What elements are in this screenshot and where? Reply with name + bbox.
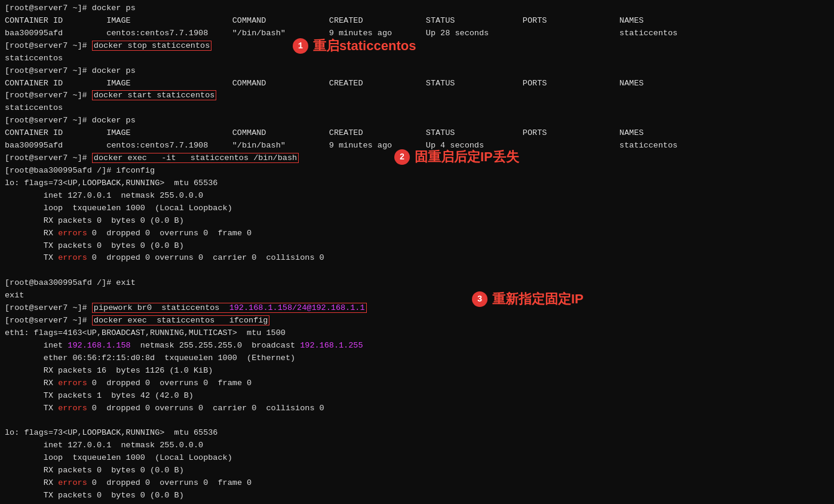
line-21: TX errors 0 dropped 0 overruns 0 carrier… bbox=[5, 252, 829, 265]
line-23: [root@baa300995afd /]# exit bbox=[5, 277, 829, 290]
line-40: TX packets 0 bytes 0 (0.0 B) bbox=[5, 490, 829, 502]
annotation-3-text: 重新指定固定IP bbox=[492, 290, 584, 308]
line-18: RX packets 0 bytes 0 (0.0 B) bbox=[5, 215, 829, 228]
cmd-exec-ifconfig: docker exec staticcentos ifconfig bbox=[92, 315, 270, 325]
line-32: TX packets 1 bytes 42 (42.0 B) bbox=[5, 390, 829, 402]
line-35: lo: flags=73<UP,LOOPBACK,RUNNING> mtu 65… bbox=[5, 427, 829, 440]
line-38: RX packets 0 bytes 0 (0.0 B) bbox=[5, 465, 829, 477]
line-8: [root@server7 ~]# docker start staticcen… bbox=[5, 90, 829, 102]
line-6: [root@server7 ~]# docker ps bbox=[5, 65, 829, 78]
line-15: lo: flags=73<UP,LOOPBACK,RUNNING> mtu 65… bbox=[5, 177, 829, 190]
annotation-1-text: 重启staticcentos bbox=[313, 37, 416, 55]
line-blank-2 bbox=[5, 414, 829, 427]
line-24: exit bbox=[5, 290, 829, 302]
line-36: inet 127.0.0.1 netmask 255.0.0.0 bbox=[5, 440, 829, 452]
line-blank-1 bbox=[5, 265, 829, 277]
annotation-1-circle: 1 bbox=[293, 38, 308, 54]
line-7: CONTAINER ID IMAGE COMMAND CREATED STATU… bbox=[5, 78, 829, 90]
line-4: [root@server7 ~]# docker stop staticcent… bbox=[5, 40, 829, 53]
annotation-1: 1 重启staticcentos bbox=[293, 37, 416, 55]
line-28: inet 192.168.1.158 netmask 255.255.255.0… bbox=[5, 340, 829, 352]
line-25: [root@server7 ~]# pipework br0 staticcen… bbox=[5, 302, 829, 315]
annotation-3: 3 重新指定固定IP bbox=[472, 290, 584, 308]
annotation-3-circle: 3 bbox=[472, 291, 487, 307]
cmd-stop: docker stop staticcentos bbox=[92, 41, 211, 51]
line-3: baa300995afd centos:centos7.7.1908 "/bin… bbox=[5, 27, 829, 40]
line-27: eth1: flags=4163<UP,BROADCAST,RUNNING,MU… bbox=[5, 327, 829, 340]
line-39: RX errors 0 dropped 0 overruns 0 frame 0 bbox=[5, 477, 829, 490]
annotation-2: 2 固重启后定IP丢失 bbox=[394, 148, 519, 166]
line-31: RX errors 0 dropped 0 overruns 0 frame 0 bbox=[5, 377, 829, 390]
line-20: TX packets 0 bytes 0 (0.0 B) bbox=[5, 240, 829, 253]
line-9: staticcentos bbox=[5, 102, 829, 115]
line-37: loop txqueuelen 1000 (Local Loopback) bbox=[5, 452, 829, 465]
line-11: CONTAINER ID IMAGE COMMAND CREATED STATU… bbox=[5, 127, 829, 140]
line-16: inet 127.0.0.1 netmask 255.0.0.0 bbox=[5, 190, 829, 202]
line-33: TX errors 0 dropped 0 overruns 0 carrier… bbox=[5, 402, 829, 415]
line-30: RX packets 16 bytes 1126 (1.0 KiB) bbox=[5, 365, 829, 377]
line-26: [root@server7 ~]# docker exec staticcent… bbox=[5, 315, 829, 327]
annotation-2-text: 固重启后定IP丢失 bbox=[415, 148, 519, 166]
terminal: [root@server7 ~]# docker ps CONTAINER ID… bbox=[0, 0, 834, 504]
cmd-exec: docker exec -it staticcentos /bin/bash bbox=[92, 153, 299, 163]
line-17: loop txqueuelen 1000 (Local Loopback) bbox=[5, 202, 829, 215]
line-14: [root@baa300995afd /]# ifconfig bbox=[5, 165, 829, 177]
line-29: ether 06:56:f2:15:d0:8d txqueuelen 1000 … bbox=[5, 352, 829, 365]
line-10: [root@server7 ~]# docker ps bbox=[5, 115, 829, 127]
line-1: [root@server7 ~]# docker ps bbox=[5, 2, 829, 15]
line-5: staticcentos bbox=[5, 53, 829, 65]
cmd-pipework: pipework br0 staticcentos 192.168.1.158/… bbox=[92, 303, 367, 313]
annotation-2-circle: 2 bbox=[394, 149, 410, 165]
cmd-start: docker start staticcentos bbox=[92, 90, 217, 100]
line-19: RX errors 0 dropped 0 overruns 0 frame 0 bbox=[5, 228, 829, 240]
line-2: CONTAINER ID IMAGE COMMAND CREATED STATU… bbox=[5, 15, 829, 27]
